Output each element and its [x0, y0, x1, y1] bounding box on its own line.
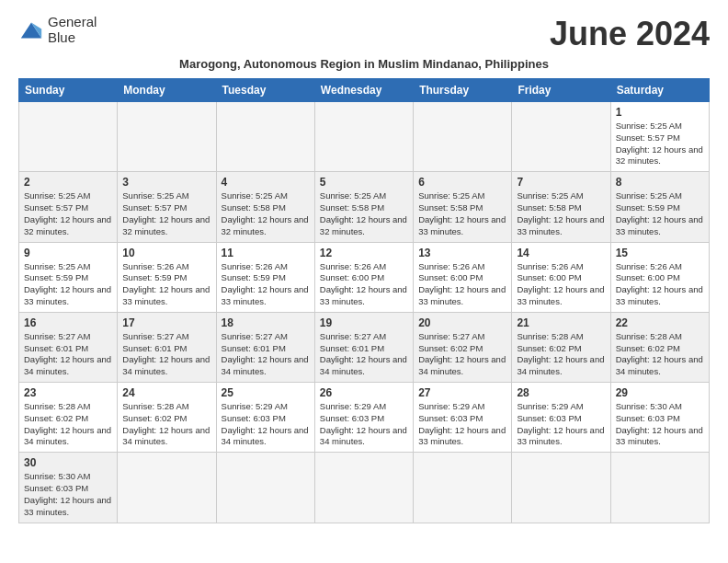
day-number: 27: [418, 386, 506, 399]
calendar-cell: 10Sunrise: 5:26 AM Sunset: 5:59 PM Dayli…: [118, 242, 216, 312]
calendar-cell: [512, 453, 610, 523]
calendar-cell: [314, 453, 413, 523]
calendar-cell: 28Sunrise: 5:29 AM Sunset: 6:03 PM Dayli…: [512, 383, 610, 453]
calendar-cell: 29Sunrise: 5:30 AM Sunset: 6:03 PM Dayli…: [610, 383, 709, 453]
day-number: 26: [320, 386, 408, 399]
calendar-cell: [512, 102, 610, 172]
weekday-header-tuesday: Tuesday: [216, 79, 314, 102]
day-number: 28: [517, 386, 605, 399]
day-info: Sunrise: 5:27 AM Sunset: 6:01 PM Dayligh…: [122, 331, 210, 378]
day-info: Sunrise: 5:27 AM Sunset: 6:01 PM Dayligh…: [320, 331, 408, 378]
logo-icon: [18, 17, 44, 43]
day-number: 7: [517, 176, 605, 189]
day-info: Sunrise: 5:25 AM Sunset: 5:58 PM Dayligh…: [222, 190, 310, 237]
day-info: Sunrise: 5:25 AM Sunset: 5:58 PM Dayligh…: [320, 190, 408, 237]
day-number: 29: [616, 386, 704, 399]
day-info: Sunrise: 5:25 AM Sunset: 5:59 PM Dayligh…: [616, 190, 704, 237]
calendar-cell: [216, 453, 314, 523]
calendar-cell: 12Sunrise: 5:26 AM Sunset: 6:00 PM Dayli…: [314, 242, 413, 312]
day-info: Sunrise: 5:28 AM Sunset: 6:02 PM Dayligh…: [517, 331, 605, 378]
day-number: 13: [418, 247, 506, 259]
calendar-subtitle: Marogong, Autonomous Region in Muslim Mi…: [18, 57, 710, 71]
calendar-cell: 21Sunrise: 5:28 AM Sunset: 6:02 PM Dayli…: [512, 312, 610, 382]
day-info: Sunrise: 5:25 AM Sunset: 5:57 PM Dayligh…: [24, 190, 112, 237]
weekday-header-saturday: Saturday: [610, 79, 709, 102]
day-number: 5: [320, 176, 408, 189]
calendar-cell: 27Sunrise: 5:29 AM Sunset: 6:03 PM Dayli…: [414, 383, 512, 453]
day-number: 10: [122, 247, 210, 259]
day-info: Sunrise: 5:26 AM Sunset: 6:00 PM Dayligh…: [616, 261, 704, 308]
day-number: 12: [320, 247, 408, 259]
day-number: 21: [517, 316, 605, 329]
logo: General Blue: [18, 15, 97, 45]
calendar-cell: [414, 453, 512, 523]
calendar-cell: 5Sunrise: 5:25 AM Sunset: 5:58 PM Daylig…: [314, 172, 413, 242]
day-info: Sunrise: 5:26 AM Sunset: 6:00 PM Dayligh…: [320, 261, 408, 308]
day-number: 23: [24, 386, 112, 399]
day-info: Sunrise: 5:25 AM Sunset: 5:58 PM Dayligh…: [418, 190, 506, 237]
day-number: 2: [24, 176, 112, 189]
weekday-header-friday: Friday: [512, 79, 610, 102]
weekday-header-sunday: Sunday: [19, 79, 118, 102]
day-info: Sunrise: 5:25 AM Sunset: 5:57 PM Dayligh…: [616, 121, 704, 167]
day-number: 6: [418, 176, 506, 189]
day-info: Sunrise: 5:30 AM Sunset: 6:03 PM Dayligh…: [616, 401, 704, 448]
calendar-cell: 22Sunrise: 5:28 AM Sunset: 6:02 PM Dayli…: [610, 312, 709, 382]
day-info: Sunrise: 5:26 AM Sunset: 5:59 PM Dayligh…: [222, 261, 310, 308]
day-number: 24: [122, 386, 210, 399]
day-info: Sunrise: 5:28 AM Sunset: 6:02 PM Dayligh…: [122, 401, 210, 448]
calendar-cell: 2Sunrise: 5:25 AM Sunset: 5:57 PM Daylig…: [19, 172, 118, 242]
day-info: Sunrise: 5:26 AM Sunset: 5:59 PM Dayligh…: [122, 261, 210, 308]
day-number: 9: [24, 247, 112, 259]
weekday-header-row: SundayMondayTuesdayWednesdayThursdayFrid…: [19, 79, 710, 102]
weekday-header-monday: Monday: [118, 79, 216, 102]
day-info: Sunrise: 5:27 AM Sunset: 6:01 PM Dayligh…: [24, 331, 112, 378]
day-info: Sunrise: 5:26 AM Sunset: 6:00 PM Dayligh…: [418, 261, 506, 308]
day-info: Sunrise: 5:29 AM Sunset: 6:03 PM Dayligh…: [320, 401, 408, 448]
month-title: June 2024: [550, 15, 710, 53]
day-number: 19: [320, 316, 408, 329]
weekday-header-wednesday: Wednesday: [314, 79, 413, 102]
day-number: 15: [616, 247, 704, 259]
calendar-cell: 16Sunrise: 5:27 AM Sunset: 6:01 PM Dayli…: [19, 312, 118, 382]
calendar-cell: 13Sunrise: 5:26 AM Sunset: 6:00 PM Dayli…: [414, 242, 512, 312]
day-info: Sunrise: 5:29 AM Sunset: 6:03 PM Dayligh…: [517, 401, 605, 448]
calendar-cell: [216, 102, 314, 172]
day-number: 8: [616, 176, 704, 189]
day-number: 4: [222, 176, 310, 189]
day-info: Sunrise: 5:27 AM Sunset: 6:02 PM Dayligh…: [418, 331, 506, 378]
day-number: 22: [616, 316, 704, 329]
day-number: 1: [616, 106, 704, 119]
calendar-cell: 6Sunrise: 5:25 AM Sunset: 5:58 PM Daylig…: [414, 172, 512, 242]
calendar-cell: 30Sunrise: 5:30 AM Sunset: 6:03 PM Dayli…: [19, 453, 118, 523]
day-info: Sunrise: 5:25 AM Sunset: 5:58 PM Dayligh…: [517, 190, 605, 237]
day-info: Sunrise: 5:29 AM Sunset: 6:03 PM Dayligh…: [418, 401, 506, 448]
calendar-table: SundayMondayTuesdayWednesdayThursdayFrid…: [18, 78, 710, 523]
calendar-cell: 1Sunrise: 5:25 AM Sunset: 5:57 PM Daylig…: [610, 102, 709, 172]
day-info: Sunrise: 5:26 AM Sunset: 6:00 PM Dayligh…: [517, 261, 605, 308]
calendar-cell: 23Sunrise: 5:28 AM Sunset: 6:02 PM Dayli…: [19, 383, 118, 453]
weekday-header-thursday: Thursday: [414, 79, 512, 102]
calendar-cell: 24Sunrise: 5:28 AM Sunset: 6:02 PM Dayli…: [118, 383, 216, 453]
day-info: Sunrise: 5:25 AM Sunset: 5:57 PM Dayligh…: [122, 190, 210, 237]
page-header: General Blue June 2024: [18, 15, 710, 53]
calendar-cell: 7Sunrise: 5:25 AM Sunset: 5:58 PM Daylig…: [512, 172, 610, 242]
day-number: 14: [517, 247, 605, 259]
day-number: 16: [24, 316, 112, 329]
day-info: Sunrise: 5:28 AM Sunset: 6:02 PM Dayligh…: [616, 331, 704, 378]
calendar-cell: 3Sunrise: 5:25 AM Sunset: 5:57 PM Daylig…: [118, 172, 216, 242]
calendar-cell: 15Sunrise: 5:26 AM Sunset: 6:00 PM Dayli…: [610, 242, 709, 312]
calendar-cell: 25Sunrise: 5:29 AM Sunset: 6:03 PM Dayli…: [216, 383, 314, 453]
day-number: 25: [222, 386, 310, 399]
calendar-cell: [610, 453, 709, 523]
calendar-cell: [314, 102, 413, 172]
calendar-cell: 26Sunrise: 5:29 AM Sunset: 6:03 PM Dayli…: [314, 383, 413, 453]
calendar-cell: 17Sunrise: 5:27 AM Sunset: 6:01 PM Dayli…: [118, 312, 216, 382]
calendar-cell: 20Sunrise: 5:27 AM Sunset: 6:02 PM Dayli…: [414, 312, 512, 382]
calendar-cell: 4Sunrise: 5:25 AM Sunset: 5:58 PM Daylig…: [216, 172, 314, 242]
day-number: 11: [222, 247, 310, 259]
day-info: Sunrise: 5:28 AM Sunset: 6:02 PM Dayligh…: [24, 401, 112, 448]
day-info: Sunrise: 5:30 AM Sunset: 6:03 PM Dayligh…: [24, 471, 112, 518]
calendar-cell: [118, 453, 216, 523]
day-number: 3: [122, 176, 210, 189]
